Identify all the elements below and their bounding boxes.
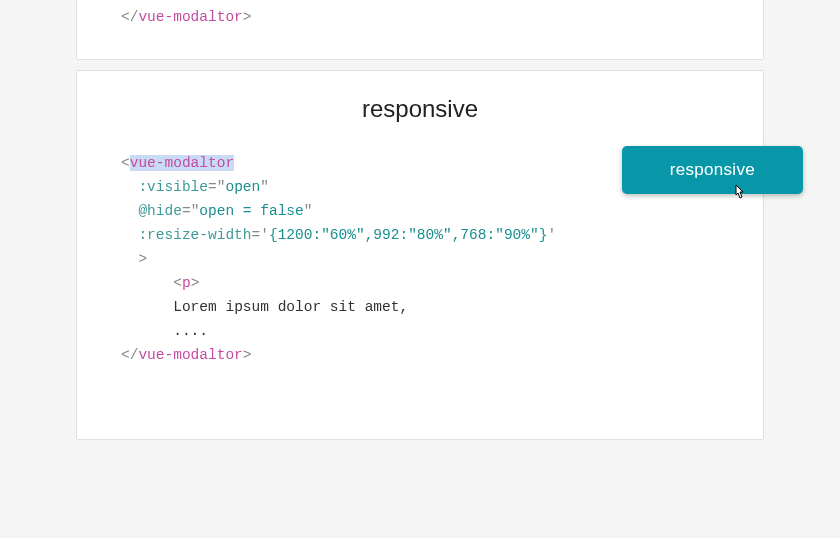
code-punc: " (304, 203, 313, 219)
code-card-responsive: responsive responsive <vue-modaltor :vis… (76, 70, 764, 440)
code-punc: > (191, 275, 200, 291)
responsive-button[interactable]: responsive (622, 146, 803, 194)
code-punc: > (243, 9, 252, 25)
code-text: Lorem ipsum dolor sit amet, (173, 299, 408, 315)
code-tag: vue-modaltor (138, 9, 242, 25)
code-tag: p (182, 275, 191, 291)
code-string: {1200:"60%",992:"80%",768:"90%"} (269, 227, 547, 243)
section-title: responsive (77, 95, 763, 123)
code-punc: = (252, 227, 261, 243)
code-punc: = (182, 203, 191, 219)
code-text: .... (173, 0, 208, 1)
code-punc: > (243, 347, 252, 363)
code-string: open (225, 179, 260, 195)
code-block-top: @hide="open = false"> <p> Lorem ipsum do… (77, 0, 763, 41)
code-punc: < (173, 275, 182, 291)
code-punc: </ (121, 347, 138, 363)
code-attr: @hide (138, 203, 182, 219)
code-punc: = (208, 179, 217, 195)
code-tag: vue-modaltor (138, 347, 242, 363)
code-punc: ' (547, 227, 556, 243)
code-punc: ' (260, 227, 269, 243)
code-punc: < (121, 155, 130, 171)
code-card-top: @hide="open = false"> <p> Lorem ipsum do… (76, 0, 764, 60)
code-punc: " (260, 179, 269, 195)
code-attr: :resize-width (138, 227, 251, 243)
code-tag-highlight: vue-modaltor (130, 155, 234, 171)
code-punc: </ (121, 9, 138, 25)
code-string: open = false (199, 203, 303, 219)
code-punc: > (138, 251, 147, 267)
code-attr: :visible (138, 179, 208, 195)
code-text: .... (173, 323, 208, 339)
